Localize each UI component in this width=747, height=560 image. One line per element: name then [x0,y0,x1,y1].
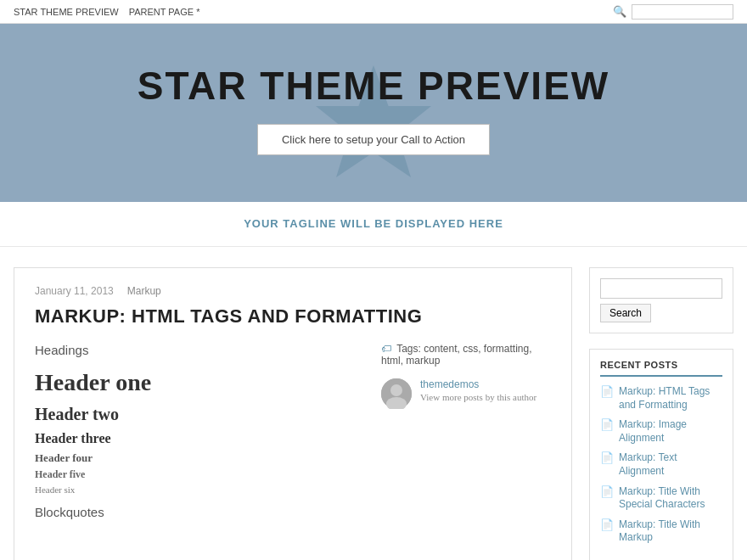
post-category: Markup [127,285,161,297]
recent-post-item: 📄Markup: Title With Special Characters [600,485,722,512]
avatar-icon [381,378,412,409]
post-sidebar-meta: 🏷 Tags: content, css, formatting, html, … [381,343,551,519]
doc-icon: 📄 [600,418,614,431]
h5-demo: Header five [35,468,364,481]
doc-icon: 📄 [600,518,614,531]
recent-post-link[interactable]: Markup: HTML Tags and Formatting [619,385,722,412]
blockquotes-label: Blockquotes [35,505,364,519]
h3-demo: Header three [35,431,364,446]
recent-post-item: 📄Markup: Image Alignment [600,418,722,445]
recent-posts-list: 📄Markup: HTML Tags and Formatting📄Markup… [600,385,722,545]
recent-post-item: 📄Markup: Text Alignment [600,451,722,478]
recent-post-item: 📄Markup: HTML Tags and Formatting [600,385,722,412]
tag-icon: 🏷 [381,343,391,355]
cta-button[interactable]: Click here to setup your Call to Action [257,124,490,155]
post-body: Headings Header one Header two Header th… [35,343,551,519]
recent-post-item: 📄Markup: Title With Markup [600,518,722,545]
tags-area: 🏷 Tags: content, css, formatting, html, … [381,343,551,367]
tagline-bar: YOUR TAGLINE WILL BE DISPLAYED HERE [0,202,747,247]
headings-label: Headings [35,343,364,357]
recent-post-link[interactable]: Markup: Text Alignment [619,451,722,478]
svg-point-2 [390,384,402,396]
doc-icon: 📄 [600,385,614,398]
sidebar-search-input[interactable] [600,278,722,299]
top-nav-left: STAR THEME PREVIEW PARENT PAGE * [14,7,199,17]
post-meta: January 11, 2013 Markup [35,285,551,297]
nav-search-input[interactable] [632,4,733,20]
tags-label: Tags: [396,343,421,355]
author-name-link[interactable]: themedemos [420,378,536,390]
main-layout: January 11, 2013 Markup MARKUP: HTML TAG… [0,247,747,560]
post-date: January 11, 2013 [35,285,114,297]
hero-section: STAR THEME PREVIEW Click here to setup y… [0,24,747,202]
sidebar-search-button[interactable]: Search [600,304,651,322]
top-nav-right: 🔍 [613,4,733,20]
top-nav: STAR THEME PREVIEW PARENT PAGE * 🔍 [0,0,747,24]
hero-title: STAR THEME PREVIEW [138,63,610,109]
h1-demo: Header one [35,369,364,396]
author-box: themedemos View more posts by this autho… [381,378,551,409]
nav-search-icon[interactable]: 🔍 [613,5,626,18]
doc-icon: 📄 [600,485,614,498]
author-info: themedemos View more posts by this autho… [420,378,536,404]
h6-demo: Header six [35,484,364,495]
site-title-link[interactable]: STAR THEME PREVIEW [14,7,119,17]
recent-post-link[interactable]: Markup: Image Alignment [619,418,722,445]
author-view-more: View more posts by this author [420,392,536,402]
recent-post-link[interactable]: Markup: Title With Special Characters [619,485,722,512]
post-content: January 11, 2013 Markup MARKUP: HTML TAG… [14,267,572,560]
h2-demo: Header two [35,405,364,424]
tagline-text: YOUR TAGLINE WILL BE DISPLAYED HERE [244,217,503,230]
recent-posts-box: RECENT POSTS 📄Markup: HTML Tags and Form… [589,349,733,560]
sidebar-search-box: Search [589,267,733,333]
doc-icon: 📄 [600,451,614,464]
h4-demo: Header four [35,451,364,465]
recent-posts-title: RECENT POSTS [600,360,722,377]
post-text: Headings Header one Header two Header th… [35,343,364,519]
sidebar: Search RECENT POSTS 📄Markup: HTML Tags a… [589,267,733,560]
recent-post-link[interactable]: Markup: Title With Markup [619,518,722,545]
parent-page-link[interactable]: PARENT PAGE * [129,7,200,17]
avatar [381,378,412,409]
post-title: MARKUP: HTML TAGS AND FORMATTING [35,305,551,328]
